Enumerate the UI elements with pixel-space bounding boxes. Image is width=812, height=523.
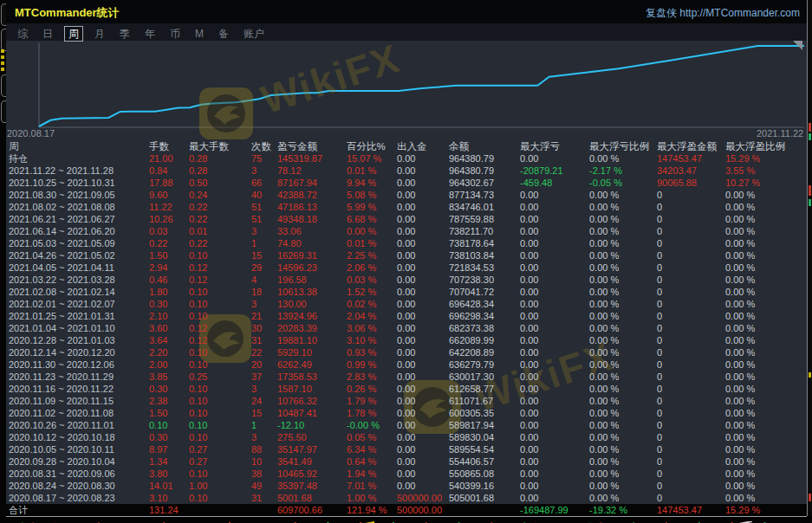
cell: 16269.31 [277, 249, 347, 262]
table-row[interactable]: 2020.11.30 ~ 2020.12.062.000.10206262.49… [6, 358, 807, 371]
cell: 87167.94 [277, 177, 347, 189]
menu-item-币[interactable]: 币 [166, 27, 184, 41]
cell: 1.34 [149, 455, 189, 468]
row-label: 2021.06.21 ~ 2021.06.27 [9, 213, 149, 225]
cell: 0.00 % [589, 310, 657, 322]
cell: 505001.68 [449, 492, 520, 504]
table-row[interactable]: 2020.10.05 ~ 2020.10.118.970.278835147.9… [6, 443, 807, 455]
cell: 707238.30 [449, 274, 520, 286]
cell: 721834.53 [449, 262, 520, 274]
table-row[interactable]: 2021.03.22 ~ 2021.03.280.460.124196.580.… [6, 274, 807, 286]
table-row[interactable]: 2020.11.09 ~ 2020.11.152.380.102410766.3… [6, 395, 807, 407]
table-row[interactable]: 2021.04.05 ~ 2021.04.112.940.122914596.2… [6, 262, 807, 274]
cell: 42388.72 [277, 189, 347, 201]
cell: 0 [657, 419, 725, 431]
cell: 3 [251, 383, 277, 395]
row-label: 2020.08.24 ~ 2020.08.30 [9, 480, 149, 492]
cell: 9.94 % [347, 177, 397, 189]
table-row[interactable]: 2021.02.01 ~ 2021.02.070.300.103130.000.… [6, 298, 807, 310]
table-row[interactable]: 持仓21.000.2875145319.8715.07 %0.00964380.… [6, 152, 807, 165]
cell: 554406.57 [449, 455, 520, 468]
table-row[interactable]: 2020.11.02 ~ 2020.11.081.500.101510487.4… [6, 407, 807, 419]
cell: -459.48 [520, 177, 589, 189]
menu-item-年[interactable]: 年 [141, 27, 159, 41]
cell: 611071.67 [449, 395, 520, 407]
cell: 0.00 % [725, 492, 807, 504]
table-row[interactable]: 2020.12.28 ~ 2021.01.033.640.123119881.1… [6, 334, 807, 346]
cell: 589830.04 [449, 431, 520, 443]
cell [251, 504, 277, 516]
cell: 24 [251, 395, 277, 407]
stats-table: 周手数最大手数次数盈亏金额百分比%出入金余额最大浮亏最大浮亏比例最大浮盈金额最大… [6, 140, 807, 517]
cell: 0 [657, 358, 725, 371]
table-row[interactable]: 2021.06.21 ~ 2021.06.2710.260.225149348.… [6, 213, 807, 225]
table-row[interactable]: 2020.08.17 ~ 2020.08.233.100.10315001.68… [6, 492, 807, 504]
cell: 0.00 [520, 480, 589, 492]
cell: -2.17 % [589, 165, 657, 177]
table-row[interactable]: 2021.08.02 ~ 2021.08.0811.220.225147186.… [6, 201, 807, 213]
cell: 31 [251, 334, 277, 346]
menu-item-综[interactable]: 综 [14, 27, 31, 41]
cell: 0.00 % [589, 431, 657, 443]
table-row[interactable]: 2021.01.25 ~ 2021.01.312.100.102113924.9… [6, 310, 807, 322]
background-marker [1, 49, 4, 53]
cell: 2.94 [149, 262, 189, 274]
table-row[interactable]: 2020.12.14 ~ 2020.12.202.200.10225929.10… [6, 346, 807, 358]
table-row[interactable]: 2021.02.08 ~ 2021.02.141.800.101810613.3… [6, 286, 807, 298]
menu-item-备[interactable]: 备 [215, 27, 232, 41]
brand-link[interactable]: 复盘侠 http://MTCommander.com [646, 6, 800, 21]
cell: 0.10 [189, 407, 251, 419]
table-row[interactable]: 2021.06.14 ~ 2021.06.200.030.01333.060.0… [6, 225, 807, 237]
table-row[interactable]: 2020.11.23 ~ 2020.11.293.850.253717358.5… [6, 371, 807, 383]
cell: 0.00 % [589, 455, 657, 468]
menu-item-周[interactable]: 周 [64, 26, 83, 42]
cell: 0 [657, 262, 725, 274]
table-row[interactable]: 2021.04.26 ~ 2021.05.021.500.101516269.3… [6, 249, 807, 262]
background-candle [809, 133, 811, 140]
table-row[interactable]: 2020.10.26 ~ 2020.11.010.100.101-12.10-0… [6, 419, 807, 431]
cell: 0.00 % [589, 322, 657, 334]
table-row[interactable]: 2020.08.24 ~ 2020.08.3014.011.004935397.… [6, 480, 807, 492]
cell: 0.30 [149, 383, 189, 395]
background-marker [1, 61, 4, 65]
cell: 35147.97 [277, 443, 347, 455]
cell: 0.00 [520, 395, 589, 407]
cell: 11.22 [149, 201, 189, 213]
table-row[interactable]: 2020.11.16 ~ 2020.11.220.300.1031587.100… [6, 383, 807, 395]
cell: 0.00 [397, 249, 449, 262]
menu-item-日[interactable]: 日 [39, 27, 56, 41]
resize-grip-icon[interactable] [793, 41, 802, 50]
table-row[interactable]: 2020.08.31 ~ 2020.09.063.800.103810465.9… [6, 468, 807, 480]
x-axis-start-label: 2020.08.17 [7, 128, 55, 139]
table-footer-row[interactable]: 合计131.24609700.66121.94 %500000.00-16948… [6, 504, 807, 517]
cell: 196.58 [277, 274, 347, 286]
cell: 30 [251, 322, 277, 334]
cell: 40 [251, 189, 277, 201]
cell: 0.00 [397, 201, 449, 213]
table-row[interactable]: 2020.09.28 ~ 2020.10.041.340.27103541.49… [6, 455, 807, 468]
cell: 0.00 [520, 274, 589, 286]
table-header-row: 周手数最大手数次数盈亏金额百分比%出入金余额最大浮亏最大浮亏比例最大浮盈金额最大… [6, 140, 807, 152]
row-label: 2021.10.25 ~ 2021.10.31 [9, 177, 149, 189]
cell: 2.38 [149, 395, 189, 407]
table-row[interactable]: 2021.10.25 ~ 2021.10.3117.880.506687167.… [6, 177, 807, 189]
table-row[interactable]: 2020.10.12 ~ 2020.10.180.300.103275.500.… [6, 431, 807, 443]
menu-item-M[interactable]: M [192, 27, 207, 41]
table-row[interactable]: 2021.01.04 ~ 2021.01.103.600.123020283.3… [6, 322, 807, 334]
cell: 3.64 [149, 334, 189, 346]
cell: 13924.96 [277, 310, 347, 322]
row-label: 2020.12.28 ~ 2021.01.03 [9, 334, 149, 346]
cell: 0.00 % [725, 274, 807, 286]
menu-item-账户[interactable]: 账户 [240, 27, 268, 41]
cell: 17.88 [149, 177, 189, 189]
cell: 0 [657, 225, 725, 237]
equity-chart: 2020.08.17 2021.11.22 [6, 41, 807, 140]
table-row[interactable]: 2021.05.03 ~ 2021.05.090.220.22174.800.0… [6, 237, 807, 249]
table-row[interactable]: 2021.08.30 ~ 2021.09.059.600.244042388.7… [6, 189, 807, 201]
cell: 3.85 [149, 371, 189, 383]
cell: 3.10 [149, 492, 189, 504]
menu-item-季[interactable]: 季 [116, 27, 133, 41]
cell: 0.00 % [589, 468, 657, 480]
menu-item-月[interactable]: 月 [91, 27, 108, 41]
table-row[interactable]: 2021.11.22 ~ 2021.11.280.840.28378.120.0… [6, 165, 807, 177]
